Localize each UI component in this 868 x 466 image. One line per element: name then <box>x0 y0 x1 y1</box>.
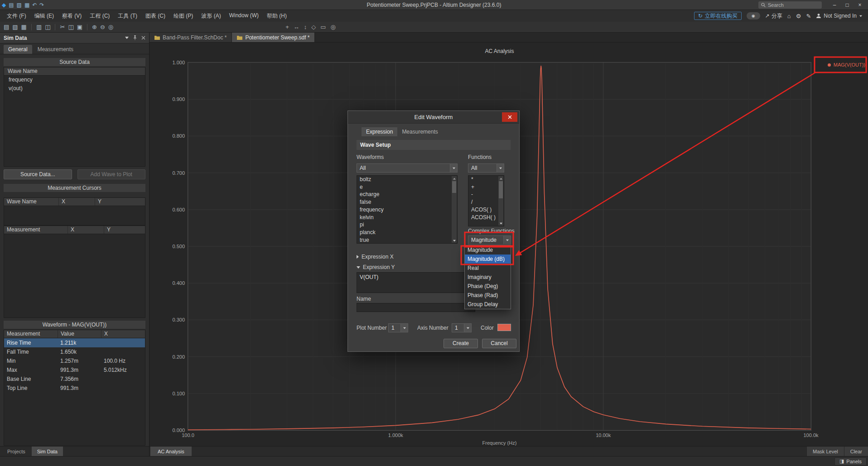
menu-item[interactable]: 绘图 (P) <box>169 11 197 21</box>
complex-function-option[interactable]: Phase (Rad) <box>465 291 511 300</box>
waveform-item[interactable]: true <box>357 236 457 244</box>
menu-item[interactable]: Window (W) <box>225 11 263 21</box>
tab-measurements[interactable]: Measurements <box>397 127 442 136</box>
buy-online-button[interactable]: ↻ 立即在线购买 <box>694 12 742 20</box>
tab-sim-data[interactable]: Sim Data <box>32 447 63 456</box>
scroll-up-icon[interactable] <box>453 178 456 179</box>
complex-function-option[interactable]: Group Delay <box>465 300 511 309</box>
copy-icon[interactable]: ◫ <box>68 22 73 32</box>
waveform-item[interactable]: boltz <box>357 176 457 183</box>
tab-general[interactable]: General <box>4 45 32 54</box>
measurement-row[interactable]: Fall Time1.650k <box>4 347 145 356</box>
scrollbar[interactable] <box>498 176 503 226</box>
menu-item[interactable]: 图表 (C) <box>141 11 169 21</box>
print-icon[interactable]: ▥ <box>36 22 42 32</box>
tab-potentiometer-sweep-sdf[interactable]: Potentiometer Sweep.sdf * <box>232 33 315 42</box>
menu-item[interactable]: 帮助 (H) <box>263 11 291 21</box>
cursor-measurement-table[interactable]: Measurement X Y <box>4 226 145 318</box>
wave-name-column-header[interactable]: Wave Name <box>4 67 145 76</box>
cut-icon[interactable]: ✂ <box>60 22 65 32</box>
measurement-row[interactable]: Rise Time1.211k <box>4 338 145 347</box>
measurement-row[interactable]: Top Line991.3m <box>4 384 145 393</box>
sign-in-button[interactable]: Not Signed In <box>816 13 863 19</box>
clear-button[interactable]: Clear <box>844 447 868 456</box>
minimize-button[interactable]: – <box>828 0 841 10</box>
column-header[interactable]: Y <box>95 198 145 206</box>
menu-item[interactable]: 工具 (T) <box>114 11 141 21</box>
menu-item[interactable]: 编辑 (E) <box>30 11 58 21</box>
column-header[interactable]: X <box>101 330 145 338</box>
mask-level-button[interactable]: Mask Level <box>806 447 844 456</box>
region-select-icon[interactable]: ▭ <box>320 22 326 32</box>
functions-listbox[interactable]: *+-/ACOS( )ACOSH( ) <box>468 175 504 226</box>
paste-icon[interactable]: ▣ <box>77 22 82 32</box>
complex-function-option[interactable]: Magnitude (dB) <box>465 255 511 264</box>
source-data-list[interactable]: Wave Name frequencyv(out) <box>4 67 145 167</box>
legend[interactable]: MAG(V(OUT)) <box>828 60 865 70</box>
app-logo-icon[interactable]: ◆ <box>2 0 6 10</box>
plot-number-dropdown[interactable]: 1 <box>388 323 408 332</box>
complex-functions-option-list[interactable]: MagnitudeMagnitude (dB)RealImaginaryPhas… <box>464 245 511 309</box>
open-document-icon[interactable]: ▤ <box>9 0 14 10</box>
waveform-item[interactable]: echarge <box>357 191 457 198</box>
column-header[interactable]: Y <box>104 226 145 234</box>
create-button[interactable]: Create <box>444 339 478 348</box>
cursor-table[interactable]: Wave Name X Y <box>4 197 145 226</box>
scrollbar[interactable] <box>452 176 457 243</box>
menu-item[interactable]: 工程 (C) <box>86 11 114 21</box>
source-data-button[interactable]: Source Data... <box>4 169 72 179</box>
gear-icon[interactable]: ⚙ <box>796 13 801 19</box>
close-button[interactable]: × <box>854 0 866 10</box>
save-icon[interactable]: ▦ <box>24 0 29 10</box>
complex-function-option[interactable]: Phase (Deg) <box>465 282 511 291</box>
scroll-up-icon[interactable] <box>500 178 502 179</box>
scroll-down-icon[interactable] <box>500 222 502 224</box>
menu-item[interactable]: 察看 (V) <box>58 11 86 21</box>
zoom-out-icon[interactable]: ⊖ <box>100 22 105 32</box>
tab-band-pass-filter-schdoc[interactable]: Band-Pass Filter.SchDoc * <box>149 33 232 42</box>
waveform-item[interactable]: pi <box>357 221 457 229</box>
dialog-close-button[interactable] <box>502 112 517 122</box>
waveform-item[interactable]: false <box>357 198 457 206</box>
open-icon[interactable]: ▧ <box>12 22 18 32</box>
maximize-button[interactable]: □ <box>841 0 854 10</box>
measurement-row[interactable]: Base Line7.356m <box>4 375 145 384</box>
waveform-item[interactable]: kelvin <box>357 214 457 221</box>
print-preview-icon[interactable]: ◫ <box>45 22 50 32</box>
scroll-down-icon[interactable] <box>453 240 456 241</box>
dialog-title-bar[interactable]: Edit Waveform <box>348 111 519 124</box>
name-input[interactable] <box>357 303 475 312</box>
waveforms-filter-dropdown[interactable]: All <box>357 163 458 173</box>
column-header[interactable]: X <box>68 226 104 234</box>
measurement-row[interactable]: Max991.3m5.012kHz <box>4 365 145 375</box>
menu-item[interactable]: 文件 (F) <box>3 11 30 21</box>
complex-function-option[interactable]: Imaginary <box>465 273 511 282</box>
pen-icon[interactable]: ✎ <box>806 13 811 19</box>
pan-horizontal-icon[interactable]: ↔ <box>294 22 299 32</box>
snapshot-button[interactable]: ◉ <box>747 12 760 19</box>
tab-expression[interactable]: Expression <box>362 127 397 136</box>
expression-x-toggle[interactable]: Expression X <box>357 254 394 260</box>
pin-icon[interactable] <box>133 35 137 40</box>
redo-icon[interactable]: ↷ <box>39 0 44 10</box>
save-icon[interactable]: ▦ <box>21 22 27 32</box>
column-header[interactable]: Wave Name <box>4 198 58 206</box>
menu-item[interactable]: 波形 (A) <box>197 11 225 21</box>
share-button[interactable]: ↗ 分享 <box>765 12 782 20</box>
scrollbar-thumb[interactable] <box>452 181 456 193</box>
target-icon[interactable]: ◎ <box>331 22 336 32</box>
close-icon[interactable] <box>141 36 145 40</box>
wave-list-item[interactable]: frequency <box>4 76 145 84</box>
cursor-cross-icon[interactable]: + <box>285 22 289 32</box>
home-icon[interactable]: ⌂ <box>787 13 791 19</box>
waveform-item[interactable]: planck <box>357 229 457 236</box>
complex-function-option[interactable]: Magnitude <box>465 245 511 255</box>
open-folder-icon[interactable]: ▧ <box>17 0 22 10</box>
zoom-fit-icon[interactable]: ◎ <box>108 22 113 32</box>
waveform-item[interactable]: frequency <box>357 206 457 214</box>
measurement-row[interactable]: Min1.257m100.0 Hz <box>4 356 145 365</box>
waveform-measurements-table[interactable]: Measurement Value X Rise Time1.211kFall … <box>4 330 145 446</box>
chevron-down-icon[interactable] <box>125 37 129 39</box>
tab-measurements[interactable]: Measurements <box>33 45 78 54</box>
tab-ac-analysis[interactable]: AC Analysis <box>150 447 192 456</box>
